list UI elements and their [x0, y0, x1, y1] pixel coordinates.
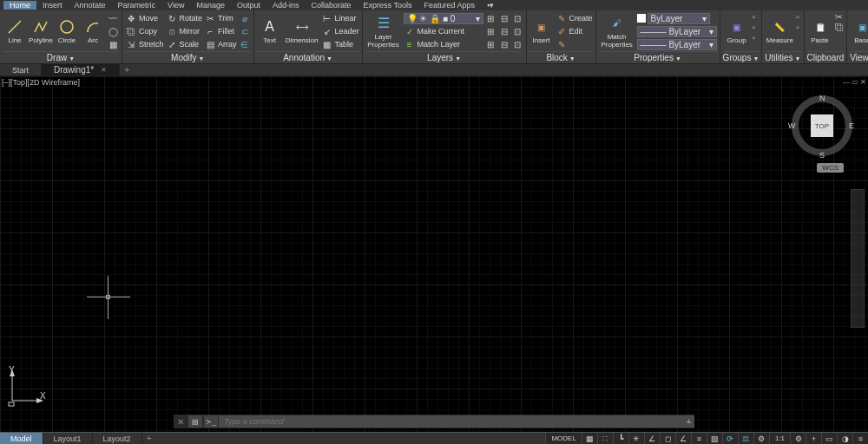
new-layout-button[interactable]: + — [142, 433, 156, 444]
menu-tab-collaborate[interactable]: Collaborate — [306, 1, 358, 10]
status-scale[interactable]: 1:1 — [769, 433, 790, 445]
table-button[interactable]: ▦Table — [321, 38, 359, 50]
navigation-bar[interactable] — [851, 189, 865, 328]
linetype-selector[interactable]: ——— ByLayer▾ — [637, 38, 717, 50]
drawing-tab[interactable]: Drawing1*✕ — [42, 64, 120, 75]
status-hardware-icon[interactable]: ◑ — [837, 433, 852, 445]
dimension-button[interactable]: ⟷Dimension — [285, 12, 319, 50]
explode-button[interactable]: ⌀ — [239, 12, 251, 24]
status-otrack-icon[interactable]: ∠ — [675, 433, 691, 445]
menu-tab-addins[interactable]: Add-ins — [266, 1, 306, 10]
status-gear-icon[interactable]: ⚙ — [790, 433, 806, 445]
status-transp-icon[interactable]: ▧ — [707, 433, 722, 445]
layer-tool-6-icon[interactable]: ⊡ — [511, 25, 523, 37]
copy-clip-icon[interactable]: ⿻ — [835, 23, 844, 32]
leader-button[interactable]: ↙Leader — [321, 25, 359, 37]
menu-tab-insert[interactable]: Insert — [36, 1, 69, 10]
offset-button[interactable]: ⊂ — [239, 25, 251, 37]
group-2-icon[interactable]: ▫ — [753, 23, 756, 32]
measure-button[interactable]: 📏Measure — [765, 12, 794, 50]
layer-tool-3-icon[interactable]: ⊡ — [511, 12, 523, 24]
group-3-icon[interactable]: ▫ — [753, 33, 756, 42]
linear-button[interactable]: ⊢Linear — [321, 12, 359, 24]
util-2-icon[interactable]: ▫ — [796, 23, 799, 32]
copy-button[interactable]: ⿻Copy — [125, 25, 164, 37]
view-cube[interactable]: TOP N E S W — [792, 95, 852, 156]
mirror-button[interactable]: ⎅Mirror — [166, 25, 203, 37]
polyline-button[interactable]: Polyline — [29, 12, 53, 50]
start-tab[interactable]: Start — [0, 64, 42, 75]
menu-tab-annotate[interactable]: Annotate — [69, 1, 112, 10]
block-extra-button[interactable]: ✎ — [556, 38, 593, 50]
layer-selector[interactable]: 💡 ☀ 🔒 ■ 0▾ — [404, 12, 483, 24]
status-plus-icon[interactable]: + — [806, 433, 821, 445]
status-polar-icon[interactable]: ✳ — [628, 433, 644, 445]
status-annovis-icon[interactable]: ⚙ — [753, 433, 769, 445]
status-annoscale-icon[interactable]: ⚖ — [738, 433, 753, 445]
util-1-icon[interactable]: ▫ — [796, 12, 799, 22]
rotate-button[interactable]: ↻Rotate — [166, 12, 203, 24]
text-button[interactable]: AText — [257, 12, 283, 50]
layer-properties-button[interactable]: ☰Layer Properties — [365, 12, 402, 50]
ellipse-button[interactable]: ◯ — [107, 25, 119, 37]
menu-tab-parametric[interactable]: Parametric — [112, 1, 162, 10]
match-layer-button[interactable]: ≡Match Layer — [404, 38, 483, 50]
panel-draw-label[interactable]: Draw▼ — [3, 51, 119, 63]
trim-button[interactable]: ✂Trim — [204, 12, 237, 24]
status-osnap-icon[interactable]: ◻ — [660, 433, 675, 445]
move-button[interactable]: ✥Move — [125, 12, 164, 24]
layer-tool-4-icon[interactable]: ⊞ — [485, 25, 496, 37]
panel-groups-label[interactable]: Groups▼ — [723, 51, 760, 63]
panel-modify-label[interactable]: Modify▼ — [125, 51, 251, 63]
status-ortho-icon[interactable]: ┗ — [613, 433, 628, 445]
restore-viewport-icon[interactable]: ▭ — [852, 78, 858, 86]
wcs-badge[interactable]: WCS — [817, 163, 844, 173]
array-button[interactable]: ▤Array — [204, 38, 237, 50]
layer-tool-7-icon[interactable]: ⊞ — [485, 38, 496, 50]
base-button[interactable]: ▣Base — [850, 12, 868, 50]
insert-button[interactable]: ▣Insert — [529, 12, 554, 50]
match-properties-button[interactable]: 🖌Match Properties — [599, 12, 635, 50]
close-tab-icon[interactable]: ✕ — [101, 66, 107, 74]
cmd-customize-icon[interactable]: ▤ — [188, 415, 202, 428]
hatch-button[interactable]: ▦ — [107, 38, 119, 50]
make-current-button[interactable]: ✓Make Current — [404, 25, 483, 37]
menu-tab-extra[interactable]: ▪▾ — [481, 1, 500, 10]
panel-view-label[interactable]: View▼ — [850, 51, 868, 63]
layer-tool-1-icon[interactable]: ⊞ — [485, 12, 496, 24]
menu-tab-home[interactable]: Home — [3, 1, 36, 10]
status-iso-icon[interactable]: ∠ — [644, 433, 660, 445]
group-button[interactable]: ▣Group — [723, 12, 751, 50]
panel-block-label[interactable]: Block▼ — [529, 51, 593, 63]
spline-button[interactable]: 〰 — [107, 12, 119, 24]
layout1-tab[interactable]: Layout1 — [43, 433, 93, 444]
circle-button[interactable]: Circle — [55, 12, 79, 50]
view-cube-face[interactable]: TOP — [811, 114, 833, 137]
new-tab-button[interactable]: + — [120, 64, 134, 75]
minimize-viewport-icon[interactable]: — — [843, 78, 850, 86]
cmd-close-icon[interactable]: ✕ — [174, 417, 187, 427]
edit-button[interactable]: ✐Edit — [556, 25, 593, 37]
line-button[interactable]: Line — [3, 12, 27, 50]
layer-tool-2-icon[interactable]: ⊟ — [498, 12, 510, 24]
view-cube-w[interactable]: W — [788, 121, 796, 130]
menu-tab-view[interactable]: View — [161, 1, 190, 10]
model-tab[interactable]: Model — [0, 433, 43, 444]
status-monitor-icon[interactable]: ▭ — [821, 433, 837, 445]
view-cube-s[interactable]: S — [819, 151, 825, 160]
menu-tab-output[interactable]: Output — [231, 1, 266, 10]
layer-tool-8-icon[interactable]: ⊟ — [498, 38, 510, 50]
status-lweight-icon[interactable]: ≡ — [691, 433, 707, 445]
paste-button[interactable]: 📋Paste — [807, 12, 833, 50]
cut-icon[interactable]: ✂ — [835, 12, 844, 22]
status-model[interactable]: MODEL — [545, 433, 581, 445]
stretch-button[interactable]: ⇲Stretch — [125, 38, 164, 50]
erase-button[interactable]: ∈ — [239, 38, 251, 50]
group-1-icon[interactable]: ▫ — [753, 12, 756, 22]
status-customize-icon[interactable]: ≡ — [852, 433, 868, 445]
status-grid-icon[interactable]: ▦ — [582, 433, 597, 445]
view-cube-e[interactable]: E — [849, 121, 854, 130]
panel-properties-label[interactable]: Properties▼ — [599, 51, 717, 63]
menu-tab-express[interactable]: Express Tools — [358, 1, 418, 10]
lineweight-selector[interactable]: ——— ByLayer▾ — [637, 25, 717, 37]
